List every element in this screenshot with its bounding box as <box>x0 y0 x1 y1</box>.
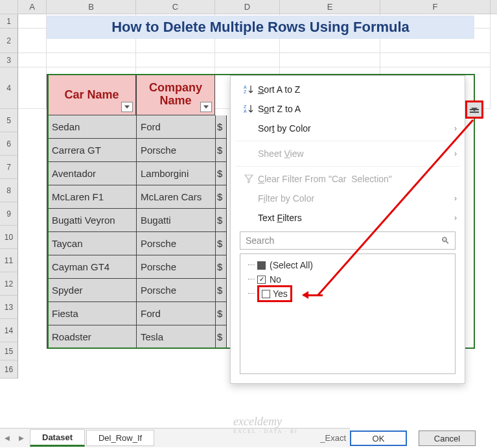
option-no[interactable]: No <box>257 272 450 287</box>
cell-company[interactable]: Porsche <box>136 255 215 279</box>
sort-by-color[interactable]: Sort by Color› <box>231 119 465 138</box>
tab-partial: _Exact <box>320 433 350 443</box>
cell-company[interactable]: Porsche <box>136 279 215 302</box>
cell-company[interactable]: Porsche <box>136 139 215 162</box>
table-row[interactable]: Cayman GT4Porsche$ <box>47 255 227 279</box>
cell-car[interactable]: Carrera GT <box>47 139 136 162</box>
select-all-corner[interactable] <box>0 0 18 14</box>
filter-checkbox-list[interactable]: (Select All) No Yes <box>240 253 456 374</box>
row-2[interactable]: 2 <box>0 29 18 53</box>
cell-car[interactable]: Sedan <box>47 115 136 139</box>
cell-extra[interactable]: $ <box>215 325 227 349</box>
cell-company[interactable]: Lamborgini <box>136 162 215 185</box>
row-11[interactable]: 11 <box>0 249 18 272</box>
sheet-view: Sheet View› <box>231 144 465 163</box>
cell-car[interactable]: Fiesta <box>47 302 136 325</box>
cell-extra[interactable]: $ <box>215 255 227 279</box>
tab-next[interactable]: ► <box>14 433 29 443</box>
svg-text:Z: Z <box>244 89 247 94</box>
sort-az[interactable]: AZSort A to Z <box>231 80 465 99</box>
cell-extra[interactable]: $ <box>215 139 227 162</box>
filter-menu: AZSort A to Z ZASort Z to A Sort by Colo… <box>230 75 465 384</box>
col-D[interactable]: D <box>215 0 280 14</box>
cell-company[interactable]: Tesla <box>136 325 215 349</box>
text-filters[interactable]: Text Filters› <box>231 208 465 228</box>
table-header-row: Car Name Company Name <box>47 74 215 115</box>
header-car-name: Car Name <box>47 74 136 115</box>
row-14[interactable]: 14 <box>0 319 18 342</box>
tab-del-row-if[interactable]: Del_Row_If <box>86 430 154 446</box>
cell-extra[interactable]: $ <box>215 232 227 255</box>
cell-car[interactable]: Cayman GT4 <box>47 255 136 279</box>
svg-text:A: A <box>244 109 247 113</box>
row-16[interactable]: 16 <box>0 360 18 379</box>
row-1[interactable]: 1 <box>0 14 18 29</box>
cell-extra[interactable]: $ <box>215 185 227 209</box>
cell-company[interactable]: Bugatti <box>136 209 215 232</box>
row-5[interactable]: 5 <box>0 109 18 132</box>
checkbox-empty-icon <box>262 290 270 298</box>
table-row[interactable]: McLaren F1McLaren Cars$ <box>47 185 227 209</box>
cell-company[interactable]: Ford <box>136 115 215 139</box>
cell-company[interactable]: McLaren Cars <box>136 185 215 209</box>
cell-car[interactable]: Bugatti Veyron <box>47 209 136 232</box>
cell-car[interactable]: McLaren F1 <box>47 185 136 209</box>
sort-az-icon: AZ <box>240 84 258 95</box>
cell-car[interactable]: Roadster <box>47 325 136 349</box>
ok-button[interactable]: OK <box>350 430 407 446</box>
cell-extra[interactable]: $ <box>215 279 227 302</box>
tab-prev[interactable]: ◄ <box>0 433 14 443</box>
cell-car[interactable]: Aventador <box>47 162 136 185</box>
filter-dropdown-highlighted[interactable] <box>465 100 483 119</box>
col-B[interactable]: B <box>47 0 136 14</box>
row-9[interactable]: 9 <box>0 202 18 226</box>
filter-search[interactable]: Search🔍︎ <box>240 231 456 250</box>
tab-dataset[interactable]: Dataset <box>30 429 85 447</box>
table-row[interactable]: Bugatti VeyronBugatti$ <box>47 209 227 232</box>
col-F[interactable]: F <box>380 0 491 14</box>
table-row[interactable]: SpyderPorsche$ <box>47 279 227 302</box>
cell-company[interactable]: Porsche <box>136 232 215 255</box>
filter-button-company[interactable] <box>200 102 212 112</box>
cell-extra[interactable]: $ <box>215 162 227 185</box>
option-yes[interactable]: Yes <box>257 287 450 301</box>
col-E[interactable]: E <box>280 0 380 14</box>
table-row[interactable]: AventadorLamborgini$ <box>47 162 227 185</box>
header-company-name: Company Name <box>136 74 215 115</box>
row-12[interactable]: 12 <box>0 272 18 296</box>
col-C[interactable]: C <box>136 0 215 14</box>
row-15[interactable]: 15 <box>0 342 18 360</box>
svg-text:A: A <box>244 85 247 89</box>
cell-company[interactable]: Ford <box>136 302 215 325</box>
table-row[interactable]: Carrera GTPorsche$ <box>47 139 227 162</box>
sort-za[interactable]: ZASort Z to A <box>231 99 465 119</box>
row-3[interactable]: 3 <box>0 53 18 67</box>
row-8[interactable]: 8 <box>0 179 18 202</box>
table-row[interactable]: FiestaFord$ <box>47 302 227 325</box>
table-row[interactable]: TaycanPorsche$ <box>47 232 227 255</box>
filter-by-color: Filter by Color› <box>231 189 465 208</box>
row-6[interactable]: 6 <box>0 132 18 156</box>
cell-extra[interactable]: $ <box>215 302 227 325</box>
cancel-button[interactable]: Cancel <box>419 430 476 446</box>
cell-car[interactable]: Spyder <box>47 279 136 302</box>
column-headers: A B C D E F <box>0 0 497 14</box>
table-row[interactable]: SedanFord$ <box>47 115 227 139</box>
chevron-right-icon: › <box>454 124 457 133</box>
table-row[interactable]: RoadsterTesla$ <box>47 325 227 349</box>
row-4[interactable]: 4 <box>0 67 18 109</box>
cell-extra[interactable]: $ <box>215 209 227 232</box>
row-13[interactable]: 13 <box>0 296 18 319</box>
funnel-clear-icon <box>240 174 258 184</box>
cell-extra[interactable]: $ <box>215 115 227 139</box>
filter-button-car[interactable] <box>121 102 133 112</box>
select-all-option[interactable]: (Select All) <box>257 258 450 272</box>
svg-text:Z: Z <box>244 104 247 109</box>
row-7[interactable]: 7 <box>0 156 18 179</box>
row-10[interactable]: 10 <box>0 226 18 249</box>
checkbox-partial-icon <box>257 261 266 270</box>
annotation-arrow <box>303 294 323 296</box>
cell-car[interactable]: Taycan <box>47 232 136 255</box>
col-A[interactable]: A <box>18 0 47 14</box>
chevron-right-icon: › <box>454 213 457 222</box>
